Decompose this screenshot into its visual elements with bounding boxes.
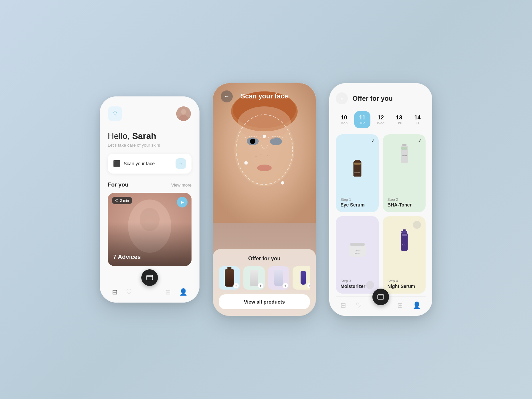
calendar-row: 10 Mon 11 Tue 12 Wed 13 Thu 14 Fr xyxy=(336,111,426,128)
product-card-moisturizer[interactable]: SUPER BIOTIC Step 3 Moisturizer xyxy=(336,216,379,294)
day-12-name: Wed xyxy=(374,121,387,125)
play-button[interactable]: ▶ xyxy=(177,197,188,207)
svg-rect-40 xyxy=(402,234,407,236)
greeting-subtitle: Let's take care of your skin! xyxy=(108,143,192,148)
day-11-name: Tue xyxy=(356,121,368,125)
view-more-link[interactable]: View more xyxy=(171,183,192,188)
scan-button-content: ⬛ Scan your face xyxy=(113,160,155,167)
view-all-button[interactable]: View all products xyxy=(219,294,310,309)
svg-point-22 xyxy=(281,181,284,185)
product-card-night-serum[interactable]: Mediks Step 4 Night Serum xyxy=(383,216,426,294)
scan-icon: ⬛ xyxy=(113,160,120,167)
bha-toner-image: Mediks xyxy=(386,138,422,171)
add-icon-4: + xyxy=(307,283,310,288)
day-10[interactable]: 10 Mon xyxy=(336,111,352,128)
day-10-num: 10 xyxy=(338,114,350,121)
scan-header: ← Scan your face xyxy=(213,83,316,103)
offer-nav-grid-icon[interactable]: ⊞ xyxy=(397,301,403,309)
svg-point-12 xyxy=(250,139,255,144)
phones-container: Hello, Sarah Let's take care of your ski… xyxy=(100,83,432,316)
phone-home-inner: Hello, Sarah Let's take care of your ski… xyxy=(100,96,200,303)
product-thumb-2[interactable]: + xyxy=(243,266,265,290)
scan-background: ← Scan your face Offer for you + xyxy=(213,83,316,316)
nav-heart-icon[interactable]: ♡ xyxy=(126,288,132,296)
nav-profile-icon[interactable]: 👤 xyxy=(179,288,188,296)
day-11[interactable]: 11 Tue xyxy=(354,111,370,128)
night-serum-image: Mediks xyxy=(383,223,426,259)
eye-serum-image: Mediks xyxy=(340,139,374,198)
product-card-bha-toner[interactable]: ✓ Step 2 BHA-Toner Mediks xyxy=(383,134,426,212)
offer-fab-button[interactable] xyxy=(372,289,389,305)
svg-text:BIOTIC: BIOTIC xyxy=(354,252,360,254)
day-11-num: 11 xyxy=(356,114,368,121)
decoration-circle-3 xyxy=(366,281,374,289)
add-icon-1: + xyxy=(233,283,239,288)
card-content: 7 Advices xyxy=(108,248,192,266)
offer-page-title: Offer for you xyxy=(352,95,393,102)
phone-offer-inner: ← Offer for you 10 Mon 11 Tue 12 Wed xyxy=(329,83,432,316)
for-you-header: For you View more xyxy=(108,182,192,188)
nav-home-icon[interactable]: ⊟ xyxy=(112,288,118,296)
product-name-2: BHA-Toner xyxy=(387,202,421,207)
svg-point-13 xyxy=(255,156,257,157)
day-12-num: 12 xyxy=(374,114,387,121)
product-name-1: Eye Serum xyxy=(340,202,374,207)
step-label-2: Step 2 xyxy=(387,198,421,201)
phone-offer: ← Offer for you 10 Mon 11 Tue 12 Wed xyxy=(329,83,432,316)
user-avatar[interactable] xyxy=(176,106,192,122)
home-header xyxy=(108,106,192,122)
product-name-4: Night Serum xyxy=(387,284,421,289)
product-thumb-1[interactable]: + xyxy=(219,266,240,290)
svg-point-2 xyxy=(179,115,188,121)
svg-point-20 xyxy=(263,135,266,138)
products-row: + + + + xyxy=(219,266,310,290)
card-title: 7 Advices xyxy=(113,254,186,261)
svg-rect-27 xyxy=(354,163,361,165)
day-13-name: Thu xyxy=(393,121,405,125)
nav-grid-icon[interactable]: ⊞ xyxy=(165,288,171,296)
step-label-1: Step 1 xyxy=(340,198,374,201)
svg-text:Mediks: Mediks xyxy=(402,244,406,246)
svg-rect-7 xyxy=(147,275,153,280)
scan-arrow-icon: → xyxy=(176,158,186,169)
offer-header: ← Offer for you xyxy=(336,92,426,104)
app-logo xyxy=(108,106,122,121)
day-14[interactable]: 14 Fr xyxy=(409,111,426,128)
svg-text:Mediks: Mediks xyxy=(353,172,360,174)
offer-title: Offer for you xyxy=(219,256,310,262)
step-label-4: Step 4 xyxy=(387,279,421,283)
product-thumb-3[interactable]: + xyxy=(268,266,289,290)
offer-nav-profile-icon[interactable]: 👤 xyxy=(413,301,421,309)
back-button[interactable]: ← xyxy=(221,90,233,102)
svg-rect-37 xyxy=(403,229,406,231)
offer-nav-home-icon[interactable]: ⊟ xyxy=(340,301,346,309)
svg-text:Mediks: Mediks xyxy=(402,155,407,157)
product-card-eye-serum[interactable]: ✓ Mediks Step 1 Eye Serum xyxy=(336,134,379,212)
phone-scan-inner: ← Scan your face Offer for you + xyxy=(213,83,316,316)
offer-nav-heart-icon[interactable]: ♡ xyxy=(356,301,362,309)
phone-home: Hello, Sarah Let's take care of your ski… xyxy=(100,96,200,303)
svg-text:SUPER: SUPER xyxy=(354,250,360,252)
offer-card: Offer for you + + + xyxy=(213,249,316,316)
products-grid: ✓ Mediks Step 1 Eye Serum xyxy=(336,134,426,294)
svg-rect-34 xyxy=(350,243,365,246)
greeting-text: Hello, Sarah xyxy=(108,131,192,141)
svg-point-19 xyxy=(257,165,272,171)
day-12[interactable]: 12 Wed xyxy=(372,111,389,128)
check-icon-1: ✓ xyxy=(371,138,375,143)
scan-face-button[interactable]: ⬛ Scan your face → xyxy=(108,154,192,174)
day-13-num: 13 xyxy=(393,114,405,121)
greeting-section: Hello, Sarah Let's take care of your ski… xyxy=(108,131,192,148)
svg-rect-24 xyxy=(355,160,360,161)
day-13[interactable]: 13 Thu xyxy=(391,111,407,128)
svg-point-14 xyxy=(261,154,262,155)
svg-rect-38 xyxy=(401,231,407,233)
offer-back-button[interactable]: ← xyxy=(336,92,348,104)
for-you-title: For you xyxy=(108,182,128,188)
day-14-name: Fr xyxy=(411,121,424,125)
svg-rect-31 xyxy=(401,147,407,150)
svg-point-15 xyxy=(267,155,268,156)
advice-card[interactable]: ⏱ 2 min ▶ 7 Advices xyxy=(108,193,192,266)
product-thumb-4[interactable]: + xyxy=(293,266,310,290)
fab-button[interactable] xyxy=(141,269,158,286)
